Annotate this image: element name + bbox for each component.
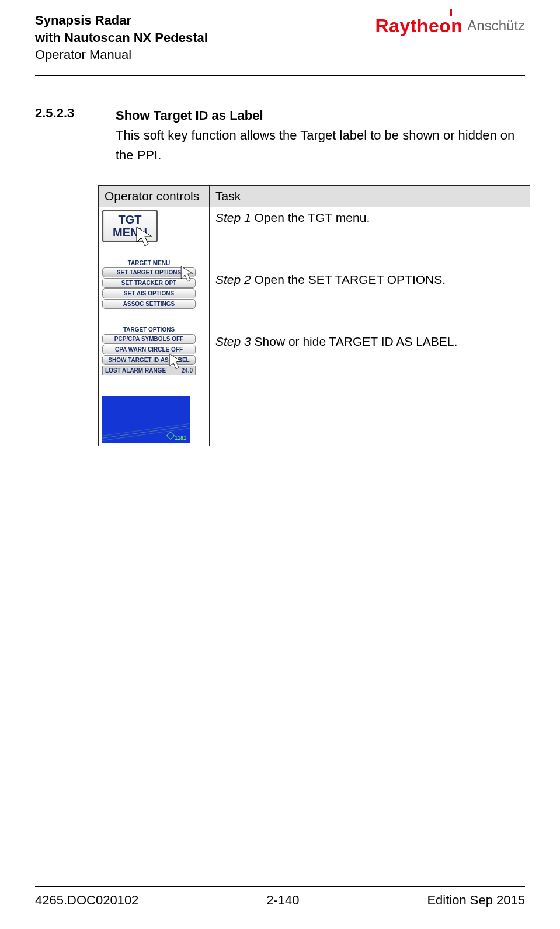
step-text: Show or hide TARGET ID AS LABEL.	[251, 335, 458, 348]
menu-item-set-ais-options[interactable]: SET AIS OPTIONS	[102, 288, 196, 298]
step-text: Open the TGT menu.	[251, 211, 370, 224]
tgt-menu-button-line1: TGT	[119, 213, 142, 226]
table-row: TGT MENU TARGET MENU SET TARGET OPTIONS …	[99, 207, 530, 446]
brand-sub: Anschütz	[467, 18, 525, 34]
section-body: Show Target ID as Label This soft key fu…	[116, 106, 525, 165]
svg-marker-1	[181, 267, 193, 282]
task-step-1: Step 1 Open the TGT menu.	[215, 211, 524, 225]
tm-mark-icon	[450, 9, 452, 16]
target-menu-panel: TARGET MENU SET TARGET OPTIONS SET TRACK…	[102, 259, 196, 309]
target-id-label: 1181	[175, 435, 186, 441]
step-number: Step 2	[215, 273, 251, 286]
ppi-preview: 1181	[102, 396, 190, 443]
task-step-3: Step 3 Show or hide TARGET ID AS LABEL.	[215, 335, 524, 349]
svg-marker-2	[169, 354, 182, 370]
lost-alarm-label: LOST ALARM RANGE	[105, 367, 166, 374]
brand-main: Raytheon	[375, 15, 462, 37]
col-header-task: Task	[210, 186, 530, 207]
tgt-menu-button[interactable]: TGT MENU	[102, 210, 158, 242]
svg-marker-0	[137, 227, 152, 246]
step-number: Step 3	[215, 335, 251, 348]
page-header: Synapsis Radar with Nautoscan NX Pedesta…	[35, 12, 525, 76]
section-number: 2.5.2.3	[35, 106, 88, 165]
product-name-line2: with Nautoscan NX Pedestal	[35, 29, 208, 47]
procedure-table: Operator controls Task TGT MENU TARGET M…	[98, 185, 530, 446]
edition: Edition Sep 2015	[427, 893, 525, 908]
section-title: Show Target ID as Label	[116, 106, 525, 126]
brand-logo: Raytheon Anschütz	[375, 15, 525, 37]
operator-controls-cell: TGT MENU TARGET MENU SET TARGET OPTIONS …	[99, 207, 210, 446]
page-footer: 4265.DOC020102 2-140 Edition Sep 2015	[35, 886, 525, 908]
product-name-line1: Synapsis Radar	[35, 12, 208, 29]
table-header-row: Operator controls Task	[99, 186, 530, 207]
step-number: Step 1	[215, 211, 251, 224]
task-cell: Step 1 Open the TGT menu. Step 2 Open th…	[210, 207, 530, 446]
doc-id: 4265.DOC020102	[35, 893, 138, 908]
section-heading: 2.5.2.3 Show Target ID as Label This sof…	[35, 106, 525, 165]
cursor-icon	[134, 225, 158, 248]
menu-item-pcp-cpa-symbols[interactable]: PCP/CPA SYMBOLS OFF	[102, 334, 196, 344]
cursor-icon	[168, 352, 186, 371]
cursor-icon	[179, 265, 198, 283]
target-symbol-icon	[166, 432, 175, 440]
menu-item-assoc-settings[interactable]: ASSOC SETTINGS	[102, 299, 196, 309]
col-header-controls: Operator controls	[99, 186, 210, 207]
step-text: Open the SET TARGET OPTIONS.	[251, 273, 446, 286]
target-options-panel: TARGET OPTIONS PCP/CPA SYMBOLS OFF CPA W…	[102, 325, 196, 375]
header-title-block: Synapsis Radar with Nautoscan NX Pedesta…	[35, 12, 208, 64]
target-options-title: TARGET OPTIONS	[102, 325, 196, 334]
section-description: This soft key function allows the Target…	[116, 126, 525, 165]
task-step-2: Step 2 Open the SET TARGET OPTIONS.	[215, 273, 524, 287]
manual-type: Operator Manual	[35, 46, 208, 64]
page-number: 2-140	[266, 893, 299, 908]
